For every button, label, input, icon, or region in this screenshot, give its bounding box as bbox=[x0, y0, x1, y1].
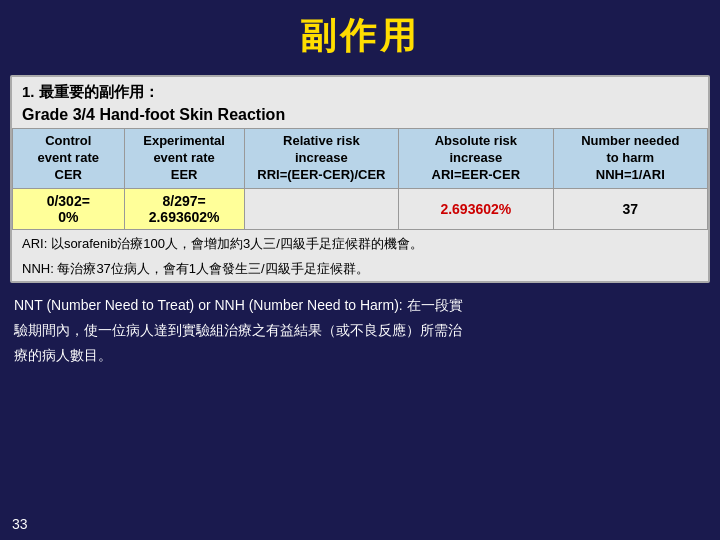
header-ari: Absolute risk increase ARI=EER-CER bbox=[399, 129, 553, 189]
bottom-line3: 療的病人數目。 bbox=[14, 343, 706, 368]
bottom-line2: 驗期間內，使一位病人達到實驗組治療之有益結果（或不良反應）所需治 bbox=[14, 318, 706, 343]
page-title: 副作用 bbox=[0, 0, 720, 69]
cell-rri bbox=[244, 188, 398, 229]
ari-note: ARI: 以sorafenib治療100人，會增加約3人三/四級手足症候群的機會… bbox=[12, 230, 708, 256]
bottom-explanation: NNT (Number Need to Treat) or NNH (Numbe… bbox=[14, 293, 706, 369]
main-content-box: 1. 最重要的副作用： Grade 3/4 Hand-foot Skin Rea… bbox=[10, 75, 710, 283]
cell-eer: 8/297=2.693602% bbox=[124, 188, 244, 229]
table-header-row: Control event rate CER Experimental even… bbox=[13, 129, 708, 189]
bottom-line1: NNT (Number Need to Treat) or NNH (Numbe… bbox=[14, 293, 706, 318]
header-nnh: Number needed to harm NNH=1/ARI bbox=[553, 129, 707, 189]
cell-ari: 2.693602% bbox=[399, 188, 553, 229]
risk-table: Control event rate CER Experimental even… bbox=[12, 128, 708, 230]
grade-label: Grade 3/4 Hand-foot Skin Reaction bbox=[12, 104, 708, 128]
cell-cer: 0/302=0% bbox=[13, 188, 125, 229]
nnh-note: NNH: 每治療37位病人，會有1人會發生三/四級手足症候群。 bbox=[12, 255, 708, 281]
header-eer: Experimental event rate EER bbox=[124, 129, 244, 189]
subtitle: 1. 最重要的副作用： bbox=[12, 77, 708, 104]
header-cer: Control event rate CER bbox=[13, 129, 125, 189]
page-number: 33 bbox=[12, 516, 28, 532]
cell-nnh: 37 bbox=[553, 188, 707, 229]
table-data-row: 0/302=0% 8/297=2.693602% 2.693602% 37 bbox=[13, 188, 708, 229]
header-rri: Relative risk increase RRI=(EER-CER)/CER bbox=[244, 129, 398, 189]
